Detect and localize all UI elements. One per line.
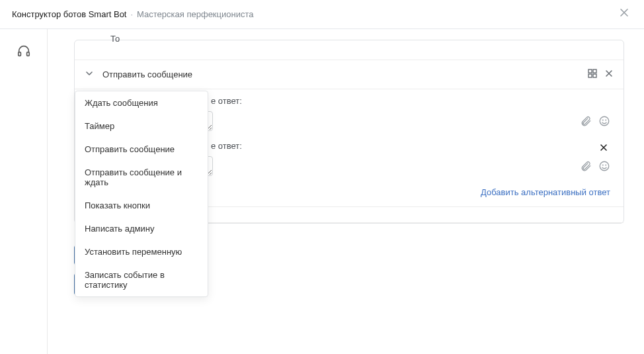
attach-icon[interactable]: [580, 115, 592, 129]
dropdown-item-send-and-wait[interactable]: Отправить сообщение и ждать: [75, 161, 208, 194]
emoji-icon[interactable]: [598, 160, 610, 174]
answer-label-2: е ответ:: [211, 141, 600, 151]
answer-section-1: е ответ: Ждать сообщени: [75, 89, 624, 133]
to-label: То: [110, 34, 120, 44]
svg-point-7: [602, 120, 603, 120]
svg-point-8: [606, 120, 606, 120]
svg-point-10: [602, 165, 603, 165]
chevron-down-icon[interactable]: [85, 69, 93, 79]
header-title: Конструктор ботов Smart Bot: [12, 9, 126, 19]
step-card: То Отправить сообщение е ответ:: [74, 40, 624, 224]
side-rail: [0, 29, 48, 354]
svg-rect-2: [588, 69, 592, 73]
svg-point-9: [600, 161, 609, 171]
grid-icon[interactable]: [588, 69, 597, 80]
svg-rect-5: [593, 74, 596, 77]
svg-point-6: [600, 116, 609, 126]
svg-rect-1: [26, 52, 29, 56]
content-area: То Отправить сообщение е ответ:: [48, 29, 644, 354]
header-bar: Конструктор ботов Smart Bot · Мастерская…: [0, 0, 644, 29]
card-header-strip: То: [75, 40, 624, 60]
dropdown-item-set-variable[interactable]: Установить переменную: [75, 240, 208, 263]
headphones-icon[interactable]: [17, 44, 31, 60]
close-icon[interactable]: [616, 5, 632, 24]
svg-point-11: [606, 165, 606, 165]
dropdown-item-wait-message[interactable]: Ждать сообщения: [75, 91, 208, 114]
remove-step-icon[interactable]: [605, 69, 613, 79]
dropdown-item-timer[interactable]: Таймер: [75, 114, 208, 138]
header-separator: ·: [130, 9, 133, 19]
dropdown-item-send-message[interactable]: Отправить сообщение: [75, 138, 208, 161]
dropdown-item-log-event[interactable]: Записать событие в статистику: [75, 263, 208, 296]
emoji-icon[interactable]: [598, 115, 610, 129]
svg-rect-4: [588, 74, 592, 77]
header-subtitle: Мастерская перфекциониста: [137, 9, 253, 19]
answer-label-1: е ответ:: [211, 96, 610, 106]
step-type-dropdown[interactable]: Ждать сообщения Таймер Отправить сообщен…: [75, 91, 208, 297]
remove-answer-icon[interactable]: [600, 144, 608, 154]
step-title: Отправить сообщение: [102, 69, 192, 79]
attach-icon[interactable]: [580, 160, 592, 174]
svg-rect-0: [18, 52, 20, 56]
dropdown-item-show-buttons[interactable]: Показать кнопки: [75, 194, 208, 217]
dropdown-item-write-admin[interactable]: Написать админу: [75, 217, 208, 240]
step-header[interactable]: Отправить сообщение: [75, 60, 624, 89]
svg-rect-3: [593, 69, 596, 73]
